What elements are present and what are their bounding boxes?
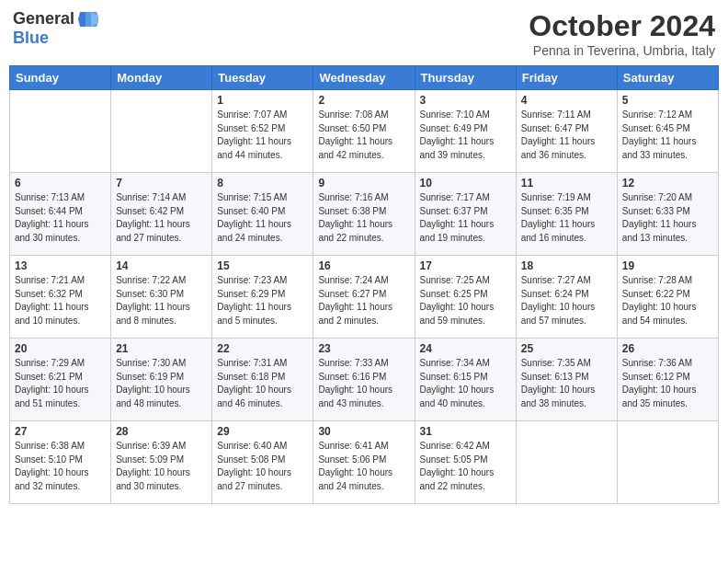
day-number: 10 [420, 177, 511, 190]
sunset-text: Sunset: 5:06 PM [318, 454, 409, 467]
sunset-text: Sunset: 6:33 PM [622, 205, 713, 219]
sunrise-text: Sunrise: 7:24 AM [318, 274, 409, 288]
sunrise-text: Sunrise: 7:25 AM [420, 274, 511, 288]
day-number: 2 [318, 94, 409, 107]
sunset-text: Sunset: 6:18 PM [217, 371, 308, 385]
sunset-text: Sunset: 6:38 PM [318, 205, 409, 219]
daylight-text: Daylight: 10 hours and 51 minutes. [15, 384, 106, 410]
calendar-cell: 21Sunrise: 7:30 AMSunset: 6:19 PMDayligh… [111, 339, 212, 421]
calendar-cell: 25Sunrise: 7:35 AMSunset: 6:13 PMDayligh… [516, 339, 617, 421]
calendar-cell: 12Sunrise: 7:20 AMSunset: 6:33 PMDayligh… [617, 173, 718, 256]
sunset-text: Sunset: 6:44 PM [15, 205, 106, 219]
calendar-cell: 17Sunrise: 7:25 AMSunset: 6:25 PMDayligh… [415, 256, 516, 339]
calendar-cell: 29Sunrise: 6:40 AMSunset: 5:08 PMDayligh… [212, 421, 313, 504]
cell-content: Sunrise: 7:14 AMSunset: 6:42 PMDaylight:… [116, 191, 207, 245]
sunset-text: Sunset: 6:29 PM [217, 288, 308, 302]
sunrise-text: Sunrise: 7:29 AM [15, 357, 106, 371]
sunset-text: Sunset: 6:19 PM [116, 371, 207, 385]
sunrise-text: Sunrise: 7:16 AM [318, 191, 409, 205]
sunset-text: Sunset: 6:52 PM [217, 122, 308, 136]
day-number: 29 [217, 425, 308, 438]
cell-content: Sunrise: 7:35 AMSunset: 6:13 PMDaylight:… [521, 357, 612, 410]
sunrise-text: Sunrise: 7:27 AM [521, 274, 612, 288]
sunrise-text: Sunrise: 7:19 AM [521, 191, 612, 205]
sunset-text: Sunset: 6:12 PM [622, 371, 713, 385]
month-title: October 2024 [529, 9, 715, 43]
sunrise-text: Sunrise: 7:23 AM [217, 274, 308, 288]
sunrise-text: Sunrise: 7:22 AM [116, 274, 207, 288]
sunrise-text: Sunrise: 7:31 AM [217, 357, 308, 371]
calendar-cell: 31Sunrise: 6:42 AMSunset: 5:05 PMDayligh… [415, 421, 516, 504]
day-number: 30 [318, 425, 409, 438]
calendar-day-header: Thursday [415, 66, 516, 90]
day-number: 13 [15, 259, 106, 272]
cell-content: Sunrise: 7:11 AMSunset: 6:47 PMDaylight:… [521, 109, 612, 162]
svg-marker-2 [91, 12, 98, 27]
calendar-day-header: Saturday [617, 66, 718, 90]
sunrise-text: Sunrise: 7:35 AM [521, 357, 612, 371]
sunset-text: Sunset: 6:25 PM [420, 288, 511, 302]
logo-general-text: General [13, 9, 74, 29]
sunset-text: Sunset: 6:15 PM [420, 371, 511, 385]
day-number: 6 [15, 177, 106, 190]
cell-content: Sunrise: 7:24 AMSunset: 6:27 PMDaylight:… [318, 274, 409, 327]
calendar-cell: 9Sunrise: 7:16 AMSunset: 6:38 PMDaylight… [313, 173, 415, 256]
sunset-text: Sunset: 6:40 PM [217, 205, 308, 219]
logo-blue-text: Blue [13, 29, 49, 47]
day-number: 20 [15, 342, 106, 355]
cell-content: Sunrise: 7:12 AMSunset: 6:45 PMDaylight:… [622, 109, 713, 162]
calendar-cell: 27Sunrise: 6:38 AMSunset: 5:10 PMDayligh… [10, 421, 111, 504]
day-number: 22 [217, 342, 308, 355]
sunrise-text: Sunrise: 7:17 AM [420, 191, 511, 205]
calendar-cell: 19Sunrise: 7:28 AMSunset: 6:22 PMDayligh… [617, 256, 718, 339]
daylight-text: Daylight: 11 hours and 24 minutes. [217, 218, 308, 245]
sunset-text: Sunset: 6:50 PM [318, 122, 409, 136]
title-area: October 2024 Penna in Teverina, Umbria, … [529, 9, 715, 58]
sunrise-text: Sunrise: 7:10 AM [420, 109, 511, 122]
daylight-text: Daylight: 10 hours and 40 minutes. [420, 384, 511, 410]
day-number: 4 [521, 94, 612, 107]
calendar-cell: 24Sunrise: 7:34 AMSunset: 6:15 PMDayligh… [415, 339, 516, 421]
calendar-week-row: 13Sunrise: 7:21 AMSunset: 6:32 PMDayligh… [10, 256, 719, 339]
calendar-cell: 14Sunrise: 7:22 AMSunset: 6:30 PMDayligh… [111, 256, 212, 339]
daylight-text: Daylight: 11 hours and 39 minutes. [420, 135, 511, 162]
daylight-text: Daylight: 11 hours and 2 minutes. [318, 301, 409, 327]
calendar-cell: 28Sunrise: 6:39 AMSunset: 5:09 PMDayligh… [111, 421, 212, 504]
calendar-table: SundayMondayTuesdayWednesdayThursdayFrid… [9, 65, 719, 504]
calendar-cell: 2Sunrise: 7:08 AMSunset: 6:50 PMDaylight… [313, 90, 415, 173]
daylight-text: Daylight: 10 hours and 24 minutes. [318, 466, 409, 493]
sunset-text: Sunset: 6:16 PM [318, 371, 409, 385]
cell-content: Sunrise: 7:16 AMSunset: 6:38 PMDaylight:… [318, 191, 409, 245]
day-number: 1 [217, 94, 308, 107]
cell-content: Sunrise: 6:39 AMSunset: 5:09 PMDaylight:… [116, 440, 207, 493]
calendar-cell [10, 90, 111, 173]
cell-content: Sunrise: 7:19 AMSunset: 6:35 PMDaylight:… [521, 191, 612, 245]
daylight-text: Daylight: 10 hours and 46 minutes. [217, 384, 308, 410]
calendar-cell [516, 421, 617, 504]
calendar-cell: 1Sunrise: 7:07 AMSunset: 6:52 PMDaylight… [212, 90, 313, 173]
sunrise-text: Sunrise: 7:14 AM [116, 191, 207, 205]
sunset-text: Sunset: 6:22 PM [622, 288, 713, 302]
day-number: 3 [420, 94, 511, 107]
sunrise-text: Sunrise: 6:38 AM [15, 440, 106, 454]
cell-content: Sunrise: 7:22 AMSunset: 6:30 PMDaylight:… [116, 274, 207, 327]
sunrise-text: Sunrise: 7:07 AM [217, 109, 308, 122]
sunrise-text: Sunrise: 7:20 AM [622, 191, 713, 205]
daylight-text: Daylight: 10 hours and 30 minutes. [116, 466, 207, 493]
sunset-text: Sunset: 6:27 PM [318, 288, 409, 302]
sunset-text: Sunset: 6:42 PM [116, 205, 207, 219]
daylight-text: Daylight: 10 hours and 59 minutes. [420, 301, 511, 327]
calendar-cell: 4Sunrise: 7:11 AMSunset: 6:47 PMDaylight… [516, 90, 617, 173]
day-number: 9 [318, 177, 409, 190]
daylight-text: Daylight: 10 hours and 32 minutes. [15, 466, 106, 493]
day-number: 5 [622, 94, 713, 107]
day-number: 24 [420, 342, 511, 355]
cell-content: Sunrise: 7:25 AMSunset: 6:25 PMDaylight:… [420, 274, 511, 327]
day-number: 28 [116, 425, 207, 438]
sunrise-text: Sunrise: 7:36 AM [622, 357, 713, 371]
day-number: 21 [116, 342, 207, 355]
daylight-text: Daylight: 11 hours and 44 minutes. [217, 135, 308, 162]
daylight-text: Daylight: 11 hours and 19 minutes. [420, 218, 511, 245]
sunrise-text: Sunrise: 6:41 AM [318, 440, 409, 454]
sunrise-text: Sunrise: 7:34 AM [420, 357, 511, 371]
